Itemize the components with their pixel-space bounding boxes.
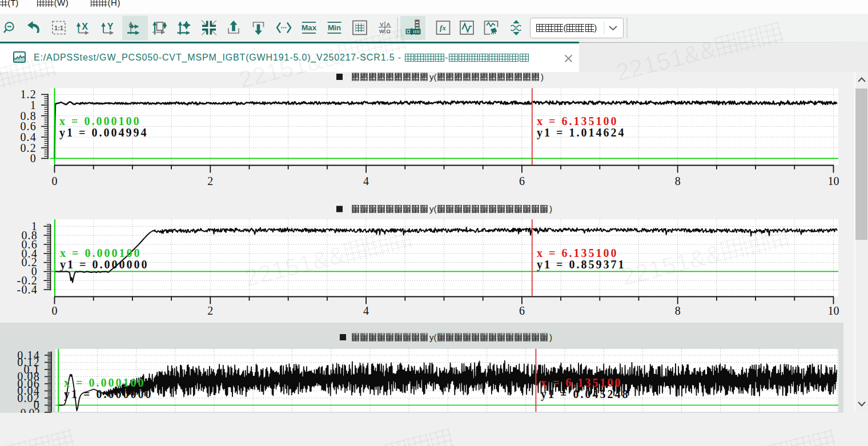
svg-text:x = 6.135100: x = 6.135100 xyxy=(537,247,618,259)
svg-text:x = 6.135100: x = 6.135100 xyxy=(537,115,618,127)
svg-text:X: X xyxy=(82,22,88,31)
svg-text:A: A xyxy=(387,21,391,27)
svg-text:y1 = 1.014624: y1 = 1.014624 xyxy=(537,126,625,139)
svg-text:fx: fx xyxy=(440,23,446,32)
svg-text:2: 2 xyxy=(207,304,213,317)
svg-text:8: 8 xyxy=(675,175,681,187)
svg-text:0: 0 xyxy=(52,175,58,187)
svg-text:10: 10 xyxy=(828,175,839,187)
svg-text:y(: y( xyxy=(429,204,437,214)
svg-text:y1 = 0.045248: y1 = 0.045248 xyxy=(541,388,629,401)
svg-text:Min: Min xyxy=(328,23,341,32)
svg-text:-0.02: -0.02 xyxy=(17,407,40,419)
svg-text:y1 = 0.859371: y1 = 0.859371 xyxy=(537,258,625,271)
svg-text:y1 = 0.000000: y1 = 0.000000 xyxy=(60,258,148,271)
svg-text:Max: Max xyxy=(302,23,317,32)
svg-text:8: 8 xyxy=(675,304,681,317)
svg-text:1: 1 xyxy=(31,220,38,232)
svg-text:Y: Y xyxy=(107,22,114,31)
svg-text:V: V xyxy=(380,21,384,27)
svg-text:): ) xyxy=(541,72,544,82)
svg-text:y1 = 0.004994: y1 = 0.004994 xyxy=(59,126,148,139)
svg-text:y(: y( xyxy=(429,72,437,82)
svg-text:4: 4 xyxy=(363,175,369,187)
svg-text:4: 4 xyxy=(363,304,369,317)
svg-text:): ) xyxy=(549,204,552,214)
svg-text:): ) xyxy=(549,332,552,342)
svg-text:0: 0 xyxy=(52,304,58,317)
svg-text:y1 = 0.000000: y1 = 0.000000 xyxy=(64,388,152,401)
svg-text:2: 2 xyxy=(207,175,213,187)
svg-text:10: 10 xyxy=(828,304,839,317)
svg-text:6: 6 xyxy=(519,304,525,317)
svg-text:y(: y( xyxy=(429,332,437,342)
svg-text:1.2: 1.2 xyxy=(20,88,37,101)
svg-text:x = 0.000100: x = 0.000100 xyxy=(60,247,141,259)
svg-text:0.6: 0.6 xyxy=(20,120,37,132)
svg-text:x = 0.000100: x = 0.000100 xyxy=(59,115,140,127)
svg-text:0: 0 xyxy=(30,152,37,164)
svg-text:0.14: 0.14 xyxy=(17,349,40,361)
svg-text:x = 0.000100: x = 0.000100 xyxy=(64,376,145,389)
svg-text:6: 6 xyxy=(519,175,525,187)
svg-text:x = 6.135100: x = 6.135100 xyxy=(541,376,622,389)
svg-text:1:1: 1:1 xyxy=(54,25,63,31)
